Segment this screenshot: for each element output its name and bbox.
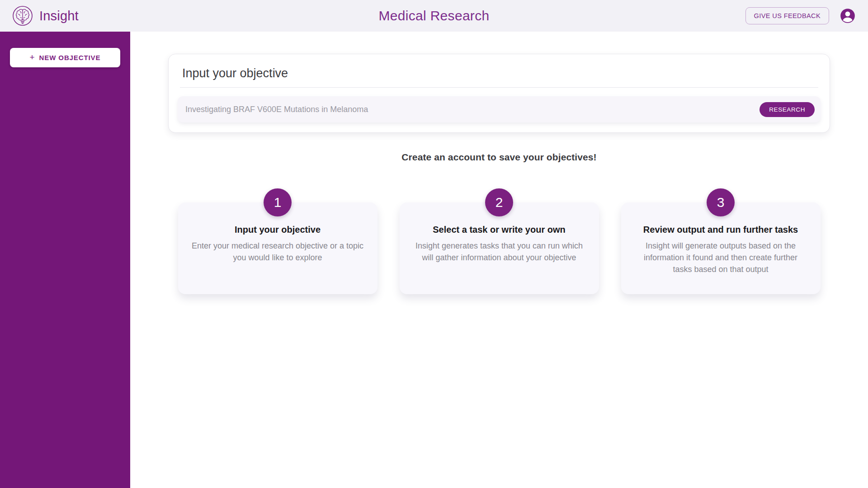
objective-input[interactable] xyxy=(185,105,760,114)
sidebar: + NEW OBJECTIVE xyxy=(0,32,130,488)
brain-logo-icon xyxy=(12,5,33,27)
logo-text: Insight xyxy=(39,9,79,23)
objective-panel: Input your objective RESEARCH xyxy=(168,54,830,133)
step-1-description: Enter your medical research objective or… xyxy=(191,240,365,263)
step-2-number-badge: 2 xyxy=(485,188,513,216)
step-3-number-badge: 3 xyxy=(707,188,735,216)
research-button[interactable]: RESEARCH xyxy=(760,102,815,117)
step-1: 1 Input your objective Enter your medica… xyxy=(178,188,377,294)
step-1-number-badge: 1 xyxy=(264,188,292,216)
give-feedback-button[interactable]: GIVE US FEEDBACK xyxy=(745,7,829,24)
account-prompt: Create an account to save your objective… xyxy=(130,152,868,163)
header-right: GIVE US FEEDBACK xyxy=(489,7,856,24)
new-objective-button[interactable]: + NEW OBJECTIVE xyxy=(10,48,120,67)
objective-input-row: RESEARCH xyxy=(178,96,821,122)
new-objective-label: NEW OBJECTIVE xyxy=(39,54,101,61)
step-3: 3 Review output and run further tasks In… xyxy=(621,188,821,294)
panel-divider xyxy=(180,87,818,88)
page-title: Medical Research xyxy=(379,8,490,23)
step-2-title: Select a task or write your own xyxy=(412,225,586,235)
app-header: Insight Medical Research GIVE US FEEDBAC… xyxy=(0,0,868,32)
account-circle-icon xyxy=(839,7,856,24)
step-3-title: Review output and run further tasks xyxy=(634,225,808,235)
step-1-title: Input your objective xyxy=(191,225,365,235)
plus-icon: + xyxy=(30,52,35,62)
objective-heading: Input your objective xyxy=(182,66,816,80)
step-3-description: Insight will generate outputs based on t… xyxy=(634,240,808,275)
main-content: Input your objective RESEARCH Create an … xyxy=(130,32,868,488)
steps-row: 1 Input your objective Enter your medica… xyxy=(130,188,868,294)
user-avatar-button[interactable] xyxy=(839,7,856,24)
header-left: Insight xyxy=(12,5,379,27)
step-2: 2 Select a task or write your own Insigh… xyxy=(400,188,599,294)
step-2-description: Insight generates tasks that you can run… xyxy=(412,240,586,263)
app-logo[interactable]: Insight xyxy=(12,5,79,27)
